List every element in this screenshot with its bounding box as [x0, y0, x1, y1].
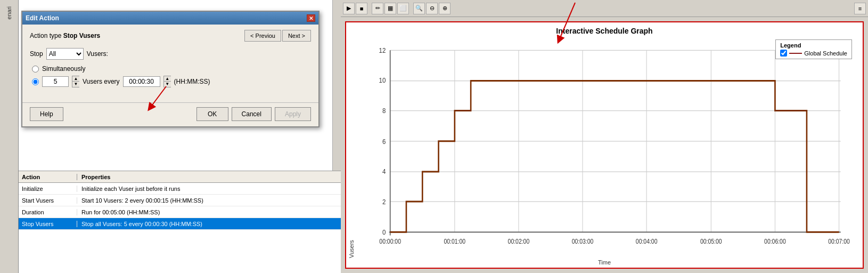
- toolbar-btn-zoom-out[interactable]: ⊖: [426, 3, 438, 14]
- time-spin-up[interactable]: ▲: [164, 76, 171, 82]
- svg-text:00:05:00: 00:05:00: [700, 238, 722, 245]
- toolbar-btn-extra[interactable]: ≡: [854, 3, 866, 14]
- table-row[interactable]: Initialize Initialize each Vuser just be…: [19, 183, 341, 195]
- vusers-every-label: Vusers every: [83, 78, 120, 85]
- row-action-2: Duration: [19, 209, 77, 215]
- svg-text:8: 8: [382, 107, 386, 115]
- chart-svg: 0 2 4 6 8 10 12 00:00:00 00:01:00 00:02:…: [357, 37, 857, 258]
- chart-inner: 0 2 4 6 8 10 12 00:00:00 00:01:00 00:02:…: [357, 37, 863, 258]
- row-action-1: Start Vusers: [19, 197, 77, 204]
- close-button[interactable]: ✕: [307, 14, 315, 22]
- toolbar-btn-zoom-fit[interactable]: ⊕: [439, 3, 451, 14]
- chart-title: Interactive Schedule Graph: [346, 22, 863, 37]
- spin-up-button[interactable]: ▲: [72, 76, 79, 82]
- vusers-label: Vusers:: [87, 50, 108, 58]
- x-axis-label: Time: [346, 258, 863, 268]
- table-row-selected[interactable]: Stop Vusers Stop all Vusers: 5 every 00:…: [19, 218, 341, 230]
- action-type-value: Stop Vusers: [63, 32, 101, 39]
- sidebar-label-1: enari: [6, 6, 12, 19]
- radio-group: Simultaneously 5 ▲ ▼ Vusers every 00:00:…: [32, 65, 311, 87]
- chart-content: Vusers: [346, 37, 863, 258]
- svg-text:00:00:00: 00:00:00: [379, 238, 401, 245]
- y-axis-label: Vusers: [346, 37, 357, 258]
- legend-checkbox[interactable]: [780, 50, 787, 57]
- dialog-body: Action type Stop Vusers < Previou Next >…: [22, 25, 318, 97]
- apply-button[interactable]: Apply: [275, 107, 311, 121]
- row-action-3: Stop Vusers: [19, 221, 77, 227]
- vusers-count-spinner[interactable]: ▲ ▼: [72, 76, 79, 87]
- svg-text:00:01:00: 00:01:00: [444, 238, 466, 245]
- ok-button[interactable]: OK: [196, 107, 228, 121]
- row-action-0: Initialize: [19, 186, 77, 192]
- left-panel: enari Action Properties Initialize Initi…: [0, 0, 341, 273]
- simultaneously-radio[interactable]: [32, 66, 39, 73]
- chart-area: Interactive Schedule Graph Vusers: [345, 21, 864, 269]
- time-spin-down[interactable]: ▼: [164, 82, 171, 87]
- toolbar-btn-graph[interactable]: ⬜: [397, 3, 409, 14]
- vusers-every-row: 5 ▲ ▼ Vusers every 00:00:30 ▲ ▼ (HH:MM:S…: [32, 76, 311, 87]
- legend-title: Legend: [780, 42, 847, 49]
- col-properties-header: Properties: [77, 174, 110, 180]
- prev-button[interactable]: < Previou: [244, 30, 281, 42]
- hhmms-label: (HH:MM:SS): [174, 78, 210, 85]
- time-input[interactable]: 00:00:30: [123, 76, 160, 87]
- spin-down-button[interactable]: ▼: [72, 82, 79, 87]
- vusers-count-input[interactable]: 5: [42, 76, 69, 87]
- scenario-sidebar: enari: [0, 0, 19, 273]
- next-button[interactable]: Next >: [282, 30, 311, 42]
- right-panel: ▶ ■ ✏ ▦ ⬜ 🔍 ⊖ ⊕ ≡ Interactive Schedule G…: [341, 0, 868, 273]
- legend-item: Global Schedule: [780, 50, 847, 57]
- row-props-2: Run for 00:05:00 (HH:MM:SS): [77, 209, 160, 215]
- svg-text:0: 0: [382, 228, 386, 236]
- chart-toolbar: ▶ ■ ✏ ▦ ⬜ 🔍 ⊖ ⊕ ≡: [341, 0, 868, 17]
- vusers-count-radio[interactable]: [32, 78, 39, 85]
- col-action-header: Action: [19, 174, 77, 180]
- dialog-title: Edit Action: [26, 14, 59, 22]
- simultaneously-label: Simultaneously: [42, 65, 85, 73]
- action-table: Action Properties Initialize Initialize …: [19, 171, 341, 273]
- footer-left: Help: [30, 107, 63, 121]
- legend-label: Global Schedule: [804, 50, 847, 57]
- stop-select[interactable]: All: [46, 48, 84, 60]
- svg-text:12: 12: [379, 46, 386, 54]
- dialog-footer: Help OK Cancel Apply: [22, 102, 318, 126]
- dialog-titlebar: Edit Action ✕: [22, 12, 318, 25]
- svg-text:00:03:00: 00:03:00: [572, 238, 594, 245]
- action-type-label: Action type Stop Vusers: [30, 32, 100, 39]
- svg-text:4: 4: [382, 167, 386, 175]
- legend-line: [789, 53, 802, 54]
- stop-row: Stop All Vusers:: [30, 48, 311, 60]
- footer-right: OK Cancel Apply: [196, 107, 311, 121]
- svg-text:6: 6: [382, 138, 386, 146]
- simultaneously-row: Simultaneously: [32, 65, 311, 73]
- action-type-row: Action type Stop Vusers < Previou Next >: [30, 30, 311, 42]
- svg-text:00:02:00: 00:02:00: [508, 238, 530, 245]
- row-props-1: Start 10 Vusers: 2 every 00:00:15 (HH:MM…: [77, 197, 203, 204]
- stop-label: Stop: [30, 50, 43, 58]
- row-props-0: Initialize each Vuser just before it run…: [77, 186, 180, 192]
- svg-text:2: 2: [382, 198, 386, 206]
- svg-text:00:07:00: 00:07:00: [828, 238, 850, 245]
- table-header: Action Properties: [19, 171, 341, 183]
- svg-text:10: 10: [379, 76, 386, 84]
- cancel-button[interactable]: Cancel: [232, 107, 272, 121]
- toolbar-btn-table[interactable]: ▦: [384, 3, 396, 14]
- legend-box: Legend Global Schedule: [775, 39, 852, 59]
- table-row[interactable]: Start Vusers Start 10 Vusers: 2 every 00…: [19, 195, 341, 206]
- table-row[interactable]: Duration Run for 00:05:00 (HH:MM:SS): [19, 206, 341, 218]
- toolbar-btn-zoom-in[interactable]: 🔍: [413, 3, 425, 14]
- toolbar-btn-1[interactable]: ▶: [343, 3, 355, 14]
- toolbar-btn-edit[interactable]: ✏: [372, 3, 383, 14]
- svg-text:00:04:00: 00:04:00: [636, 238, 658, 245]
- row-props-3: Stop all Vusers: 5 every 00:00:30 (HH:MM…: [77, 221, 202, 227]
- nav-buttons: < Previou Next >: [244, 30, 311, 42]
- toolbar-btn-2[interactable]: ■: [356, 3, 367, 14]
- time-spinner[interactable]: ▲ ▼: [163, 76, 171, 87]
- help-button[interactable]: Help: [30, 107, 63, 121]
- svg-text:00:06:00: 00:06:00: [764, 238, 786, 245]
- scrollbar[interactable]: [332, 0, 341, 171]
- edit-action-dialog: Edit Action ✕ Action type Stop Vusers < …: [21, 11, 320, 127]
